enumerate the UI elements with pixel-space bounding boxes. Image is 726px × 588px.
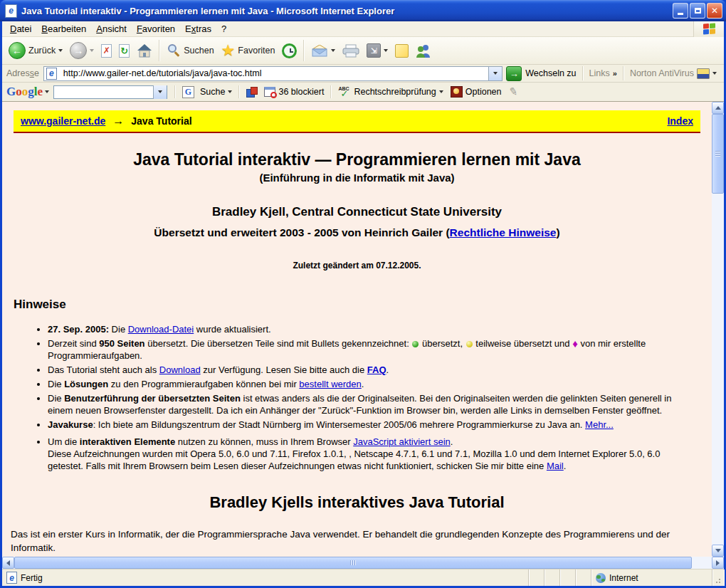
mail-icon <box>311 45 328 57</box>
translation-suffix: ) <box>556 226 559 238</box>
minimize-button[interactable] <box>673 3 688 19</box>
google-search-options-icon[interactable] <box>228 90 232 93</box>
google-search-dropdown[interactable] <box>153 85 167 99</box>
highlight-button[interactable]: ✎ <box>505 84 522 100</box>
text-run: 950 Seiten <box>99 338 144 349</box>
back-dropdown-icon[interactable] <box>58 49 63 52</box>
mail-button[interactable] <box>307 39 339 62</box>
horizontal-scroll-thumb[interactable] <box>14 557 692 569</box>
status-cell <box>544 569 560 586</box>
google-search-input[interactable] <box>53 85 167 99</box>
edit-button[interactable]: ⇲ <box>363 39 391 62</box>
search-label: Suchen <box>184 46 214 56</box>
address-input[interactable]: e http://www.gailer-net.de/tutorials/jav… <box>43 66 503 81</box>
text-run: Benutzerführung der übersetzten Seiten <box>64 393 241 404</box>
close-button[interactable]: ✕ <box>707 3 722 19</box>
text-run: zur Verfügung. Lesen Sie bitte auch die <box>201 364 367 375</box>
forward-dropdown-icon[interactable] <box>90 49 94 52</box>
menu-item-?[interactable]: ? <box>216 22 231 36</box>
address-bar: Adresse e http://www.gailer-net.de/tutor… <box>2 65 724 83</box>
print-button[interactable] <box>339 39 363 62</box>
google-dropdown-icon[interactable] <box>45 90 49 93</box>
horizontal-scrollbar[interactable] <box>2 557 724 569</box>
site-home-link[interactable]: www.gailer-net.de <box>21 115 105 127</box>
scroll-up-button[interactable] <box>712 102 724 114</box>
forward-button[interactable]: → <box>66 39 98 62</box>
menu-item-bearbeiten[interactable]: Bearbeiten <box>36 22 91 36</box>
text-run: Die <box>48 393 64 404</box>
restore-button[interactable] <box>690 3 705 19</box>
index-link[interactable]: Index <box>667 115 693 127</box>
scroll-right-button[interactable] <box>712 557 724 569</box>
favorites-star-icon: ★ <box>221 43 236 58</box>
vertical-scroll-thumb[interactable] <box>712 114 724 194</box>
links-label[interactable]: Links <box>589 68 610 78</box>
google-search-button[interactable]: G Suche <box>179 84 236 100</box>
ie-page-icon: e <box>5 4 17 18</box>
search-button[interactable]: Suchen <box>163 39 217 62</box>
history-button[interactable] <box>278 39 300 62</box>
google-g-icon: G <box>182 86 194 98</box>
google-toolbar: Google G Suche 36 blockiert ABC✓ Rechtsc… <box>2 83 724 102</box>
options-button[interactable]: Optionen <box>447 84 505 100</box>
spellcheck-button[interactable]: ABC✓ Rechtschreibprüfung <box>335 84 446 100</box>
text-run: . <box>362 379 364 389</box>
menu-item-extras[interactable]: Extras <box>180 22 216 36</box>
windows-logo-icon <box>693 21 724 37</box>
list-item: 27. Sep. 2005: Die Download-Datei wurde … <box>48 323 692 335</box>
inline-link[interactable]: Mehr... <box>585 419 614 430</box>
toolbar-separator <box>330 85 332 98</box>
inline-link[interactable]: FAQ <box>367 364 386 375</box>
page-subtitle: (Einführung in die Informatik mit Java) <box>2 172 712 184</box>
back-icon: ← <box>9 42 26 59</box>
spellcheck-dropdown-icon[interactable] <box>439 90 443 93</box>
go-button[interactable]: → <box>506 66 522 81</box>
hinweise-list: 27. Sep. 2005: Die Download-Datei wurde … <box>35 323 692 472</box>
intro-paragraph: Das ist ein erster Kurs in Informatik, d… <box>11 527 680 555</box>
inline-link[interactable]: Download-Datei <box>128 324 194 335</box>
text-run: nutzen zu können, muss in Ihrem Browser <box>175 436 353 447</box>
norton-icon[interactable] <box>697 68 710 79</box>
arrow-right-icon: → <box>112 115 124 127</box>
back-label: Zurück <box>28 46 56 56</box>
scroll-left-button[interactable] <box>2 557 14 569</box>
popup-blocker-button[interactable]: 36 blockiert <box>261 84 327 100</box>
text-run: Das Tutorial steht auch als <box>48 364 159 375</box>
site-info-button[interactable] <box>243 84 261 100</box>
vertical-scrollbar[interactable] <box>712 102 724 557</box>
notes-button[interactable] <box>391 39 412 62</box>
messenger-button[interactable] <box>412 39 435 62</box>
legal-notice-link[interactable]: Rechtliche Hinweise <box>450 226 557 238</box>
links-chevron-icon[interactable]: » <box>613 69 617 78</box>
yellow-bullet-icon <box>466 341 473 347</box>
menu-item-ansicht[interactable]: Ansicht <box>91 22 132 36</box>
text-run: übersetzt. Die übersetzen Teile sind mit… <box>145 338 412 349</box>
author-line: Bradley Kjell, Central Connecticut State… <box>2 205 712 219</box>
menu-item-favoriten[interactable]: Favoriten <box>132 22 180 36</box>
inline-link[interactable]: Download <box>159 364 201 375</box>
refresh-button[interactable]: ↻ <box>115 39 133 62</box>
favorites-button[interactable]: ★ Favoriten <box>218 39 279 62</box>
inline-link[interactable]: bestellt werden <box>299 379 361 389</box>
back-button[interactable]: ← Zurück <box>5 39 66 62</box>
inline-link[interactable]: JavaScript aktiviert sein <box>353 436 451 447</box>
text-run: Derzeit sind <box>48 338 99 349</box>
refresh-icon: ↻ <box>119 44 130 58</box>
text-run: Um die <box>48 436 80 447</box>
norton-dropdown-icon[interactable] <box>712 72 717 75</box>
text-run: Diese Aufzeichnungen wurden mit Opera 5.… <box>48 448 660 471</box>
google-logo[interactable]: Google <box>6 85 43 99</box>
resize-grip[interactable] <box>712 569 724 586</box>
purple-diamond-icon: ♦ <box>572 337 578 350</box>
options-icon <box>451 86 463 98</box>
menu-item-datei[interactable]: Datei <box>5 22 36 36</box>
scroll-down-button[interactable] <box>712 545 724 557</box>
inline-link[interactable]: Mail <box>547 461 564 471</box>
page-title: Java Tutorial interaktiv — Programmieren… <box>9 150 705 169</box>
mail-dropdown-icon[interactable] <box>331 49 335 52</box>
text-run: Die <box>109 324 128 335</box>
edit-dropdown-icon[interactable] <box>384 49 388 52</box>
stop-button[interactable]: ✗ <box>98 39 115 62</box>
address-dropdown-button[interactable] <box>488 67 502 80</box>
home-button[interactable] <box>133 39 156 62</box>
